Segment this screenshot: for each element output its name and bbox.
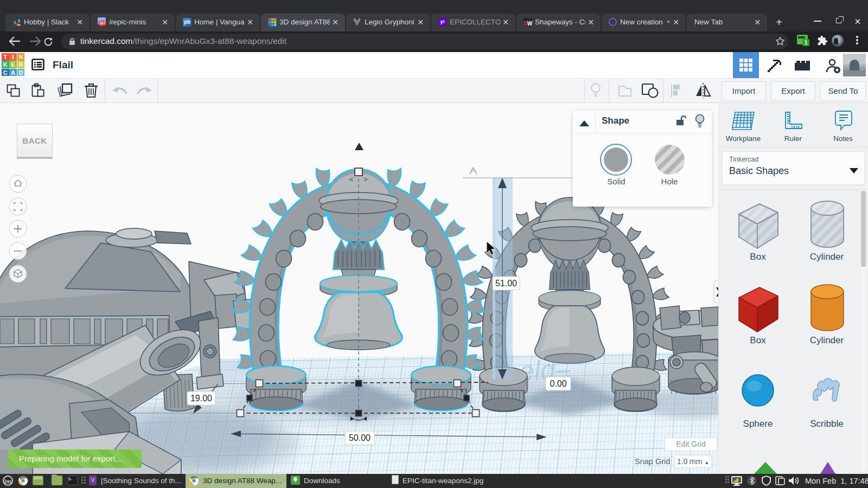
svg-text:51.00: 51.00 [495, 279, 517, 288]
svg-text:19.00: 19.00 [190, 394, 212, 403]
svg-text:50.00: 50.00 [349, 433, 371, 442]
svg-text:0.00: 0.00 [550, 379, 566, 388]
